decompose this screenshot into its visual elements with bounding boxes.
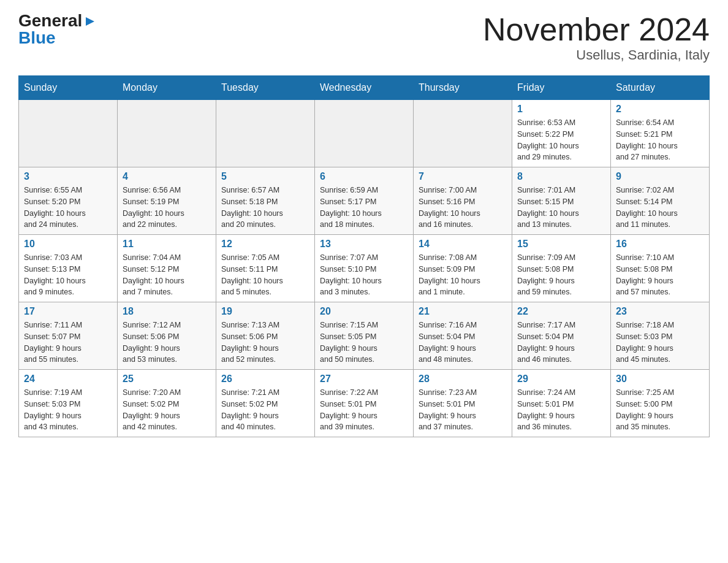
calendar-cell: 21Sunrise: 7:16 AM Sunset: 5:04 PM Dayli… bbox=[414, 302, 512, 370]
calendar-cell: 14Sunrise: 7:08 AM Sunset: 5:09 PM Dayli… bbox=[414, 235, 512, 302]
column-header-wednesday: Wednesday bbox=[315, 76, 414, 100]
day-number: 10 bbox=[24, 239, 112, 250]
calendar-week-row: 3Sunrise: 6:55 AM Sunset: 5:20 PM Daylig… bbox=[19, 167, 710, 235]
day-info: Sunrise: 7:19 AM Sunset: 5:03 PM Dayligh… bbox=[24, 387, 112, 433]
calendar-cell: 26Sunrise: 7:21 AM Sunset: 5:02 PM Dayli… bbox=[216, 370, 315, 437]
column-header-monday: Monday bbox=[118, 76, 216, 100]
day-info: Sunrise: 6:54 AM Sunset: 5:21 PM Dayligh… bbox=[616, 117, 704, 163]
svg-marker-0 bbox=[86, 17, 94, 26]
day-info: Sunrise: 7:10 AM Sunset: 5:08 PM Dayligh… bbox=[616, 252, 704, 298]
day-info: Sunrise: 7:00 AM Sunset: 5:16 PM Dayligh… bbox=[419, 185, 507, 231]
day-info: Sunrise: 7:15 AM Sunset: 5:05 PM Dayligh… bbox=[320, 320, 408, 366]
column-header-thursday: Thursday bbox=[414, 76, 512, 100]
day-number: 24 bbox=[24, 373, 112, 385]
calendar-cell: 25Sunrise: 7:20 AM Sunset: 5:02 PM Dayli… bbox=[118, 370, 216, 437]
day-number: 18 bbox=[123, 306, 211, 317]
day-info: Sunrise: 7:23 AM Sunset: 5:01 PM Dayligh… bbox=[419, 387, 507, 433]
day-number: 25 bbox=[123, 373, 211, 385]
calendar-cell bbox=[19, 100, 118, 167]
column-header-saturday: Saturday bbox=[611, 76, 710, 100]
calendar-cell bbox=[118, 100, 216, 167]
day-info: Sunrise: 7:21 AM Sunset: 5:02 PM Dayligh… bbox=[221, 387, 309, 433]
day-info: Sunrise: 6:57 AM Sunset: 5:18 PM Dayligh… bbox=[221, 185, 309, 231]
day-number: 9 bbox=[616, 171, 704, 182]
calendar-cell: 12Sunrise: 7:05 AM Sunset: 5:11 PM Dayli… bbox=[216, 235, 315, 302]
logo-general-text: General bbox=[18, 12, 82, 29]
calendar-cell: 2Sunrise: 6:54 AM Sunset: 5:21 PM Daylig… bbox=[611, 100, 710, 167]
day-number: 1 bbox=[517, 104, 605, 115]
day-info: Sunrise: 7:09 AM Sunset: 5:08 PM Dayligh… bbox=[517, 252, 605, 298]
logo: General Blue bbox=[18, 12, 97, 47]
day-info: Sunrise: 7:18 AM Sunset: 5:03 PM Dayligh… bbox=[616, 320, 704, 366]
calendar-cell: 20Sunrise: 7:15 AM Sunset: 5:05 PM Dayli… bbox=[315, 302, 414, 370]
day-info: Sunrise: 7:03 AM Sunset: 5:13 PM Dayligh… bbox=[24, 252, 112, 298]
day-number: 3 bbox=[24, 171, 112, 182]
calendar-cell: 28Sunrise: 7:23 AM Sunset: 5:01 PM Dayli… bbox=[414, 370, 512, 437]
day-info: Sunrise: 7:04 AM Sunset: 5:12 PM Dayligh… bbox=[123, 252, 211, 298]
day-number: 27 bbox=[320, 373, 408, 385]
calendar-cell: 3Sunrise: 6:55 AM Sunset: 5:20 PM Daylig… bbox=[19, 167, 118, 235]
day-info: Sunrise: 6:56 AM Sunset: 5:19 PM Dayligh… bbox=[123, 185, 211, 231]
day-number: 22 bbox=[517, 306, 605, 317]
calendar-cell: 19Sunrise: 7:13 AM Sunset: 5:06 PM Dayli… bbox=[216, 302, 315, 370]
day-info: Sunrise: 7:12 AM Sunset: 5:06 PM Dayligh… bbox=[123, 320, 211, 366]
day-number: 15 bbox=[517, 239, 605, 250]
day-number: 29 bbox=[517, 373, 605, 385]
calendar-week-row: 1Sunrise: 6:53 AM Sunset: 5:22 PM Daylig… bbox=[19, 100, 710, 167]
calendar-cell: 27Sunrise: 7:22 AM Sunset: 5:01 PM Dayli… bbox=[315, 370, 414, 437]
day-info: Sunrise: 7:02 AM Sunset: 5:14 PM Dayligh… bbox=[616, 185, 704, 231]
column-header-tuesday: Tuesday bbox=[216, 76, 315, 100]
day-info: Sunrise: 7:01 AM Sunset: 5:15 PM Dayligh… bbox=[517, 185, 605, 231]
calendar-title: November 2024 bbox=[483, 12, 710, 47]
calendar-cell: 24Sunrise: 7:19 AM Sunset: 5:03 PM Dayli… bbox=[19, 370, 118, 437]
calendar-cell: 1Sunrise: 6:53 AM Sunset: 5:22 PM Daylig… bbox=[512, 100, 611, 167]
day-info: Sunrise: 7:22 AM Sunset: 5:01 PM Dayligh… bbox=[320, 387, 408, 433]
day-number: 16 bbox=[616, 239, 704, 250]
day-number: 14 bbox=[419, 239, 507, 250]
day-number: 7 bbox=[419, 171, 507, 182]
column-header-sunday: Sunday bbox=[19, 76, 118, 100]
day-info: Sunrise: 7:17 AM Sunset: 5:04 PM Dayligh… bbox=[517, 320, 605, 366]
page-header: General Blue November 2024 Usellus, Sard… bbox=[18, 12, 710, 63]
calendar-cell bbox=[216, 100, 315, 167]
calendar-cell bbox=[315, 100, 414, 167]
calendar-header-row: SundayMondayTuesdayWednesdayThursdayFrid… bbox=[19, 76, 710, 100]
day-number: 11 bbox=[123, 239, 211, 250]
calendar-cell: 29Sunrise: 7:24 AM Sunset: 5:01 PM Dayli… bbox=[512, 370, 611, 437]
calendar-week-row: 17Sunrise: 7:11 AM Sunset: 5:07 PM Dayli… bbox=[19, 302, 710, 370]
day-number: 26 bbox=[221, 373, 309, 385]
calendar-cell: 11Sunrise: 7:04 AM Sunset: 5:12 PM Dayli… bbox=[118, 235, 216, 302]
day-number: 21 bbox=[419, 306, 507, 317]
day-number: 20 bbox=[320, 306, 408, 317]
calendar-cell: 30Sunrise: 7:25 AM Sunset: 5:00 PM Dayli… bbox=[611, 370, 710, 437]
calendar-cell: 8Sunrise: 7:01 AM Sunset: 5:15 PM Daylig… bbox=[512, 167, 611, 235]
calendar-cell bbox=[414, 100, 512, 167]
column-header-friday: Friday bbox=[512, 76, 611, 100]
calendar-cell: 22Sunrise: 7:17 AM Sunset: 5:04 PM Dayli… bbox=[512, 302, 611, 370]
calendar-cell: 9Sunrise: 7:02 AM Sunset: 5:14 PM Daylig… bbox=[611, 167, 710, 235]
calendar-cell: 7Sunrise: 7:00 AM Sunset: 5:16 PM Daylig… bbox=[414, 167, 512, 235]
day-number: 19 bbox=[221, 306, 309, 317]
day-number: 17 bbox=[24, 306, 112, 317]
day-info: Sunrise: 7:25 AM Sunset: 5:00 PM Dayligh… bbox=[616, 387, 704, 433]
day-info: Sunrise: 6:59 AM Sunset: 5:17 PM Dayligh… bbox=[320, 185, 408, 231]
day-number: 5 bbox=[221, 171, 309, 182]
day-info: Sunrise: 7:20 AM Sunset: 5:02 PM Dayligh… bbox=[123, 387, 211, 433]
calendar-cell: 5Sunrise: 6:57 AM Sunset: 5:18 PM Daylig… bbox=[216, 167, 315, 235]
calendar-cell: 16Sunrise: 7:10 AM Sunset: 5:08 PM Dayli… bbox=[611, 235, 710, 302]
day-info: Sunrise: 7:05 AM Sunset: 5:11 PM Dayligh… bbox=[221, 252, 309, 298]
day-number: 13 bbox=[320, 239, 408, 250]
calendar-cell: 15Sunrise: 7:09 AM Sunset: 5:08 PM Dayli… bbox=[512, 235, 611, 302]
day-info: Sunrise: 7:13 AM Sunset: 5:06 PM Dayligh… bbox=[221, 320, 309, 366]
day-info: Sunrise: 6:53 AM Sunset: 5:22 PM Dayligh… bbox=[517, 117, 605, 163]
calendar-subtitle: Usellus, Sardinia, Italy bbox=[483, 47, 710, 63]
day-info: Sunrise: 7:11 AM Sunset: 5:07 PM Dayligh… bbox=[24, 320, 112, 366]
calendar-cell: 10Sunrise: 7:03 AM Sunset: 5:13 PM Dayli… bbox=[19, 235, 118, 302]
day-number: 30 bbox=[616, 373, 704, 385]
calendar-cell: 17Sunrise: 7:11 AM Sunset: 5:07 PM Dayli… bbox=[19, 302, 118, 370]
day-number: 28 bbox=[419, 373, 507, 385]
calendar-cell: 4Sunrise: 6:56 AM Sunset: 5:19 PM Daylig… bbox=[118, 167, 216, 235]
day-number: 23 bbox=[616, 306, 704, 317]
calendar-cell: 6Sunrise: 6:59 AM Sunset: 5:17 PM Daylig… bbox=[315, 167, 414, 235]
calendar-week-row: 24Sunrise: 7:19 AM Sunset: 5:03 PM Dayli… bbox=[19, 370, 710, 437]
